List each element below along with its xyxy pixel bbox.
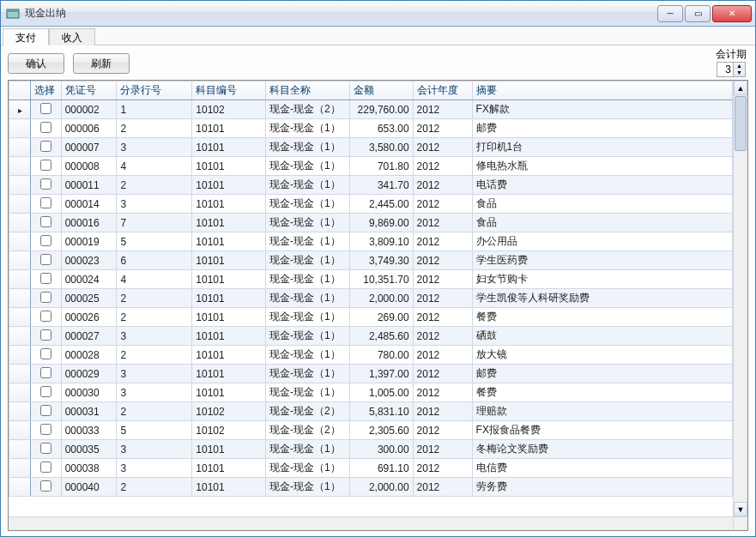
maximize-button[interactable]: ▭ (685, 5, 711, 22)
grid-year-cell[interactable]: 2012 (413, 176, 472, 195)
grid-voucher-cell[interactable]: 000040 (61, 478, 117, 497)
grid-line-cell[interactable]: 4 (117, 270, 192, 289)
grid-amount-cell[interactable]: 691.10 (350, 459, 413, 478)
grid-year-cell[interactable]: 2012 (413, 119, 472, 138)
row-select-checkbox[interactable] (40, 480, 51, 492)
grid-year-cell[interactable]: 2012 (413, 402, 472, 421)
grid-voucher-cell[interactable]: 000011 (61, 176, 117, 195)
grid-select-cell[interactable] (31, 478, 62, 497)
row-select-checkbox[interactable] (40, 197, 51, 208)
grid-name-cell[interactable]: 现金-现金（1） (266, 289, 350, 308)
grid-year-cell[interactable]: 2012 (413, 421, 472, 440)
grid-amount-cell[interactable]: 229,760.00 (350, 100, 413, 119)
grid-code-cell[interactable]: 10101 (192, 214, 266, 232)
grid-select-cell[interactable] (31, 214, 62, 232)
vertical-scrollbar[interactable]: ▲ ▼ (733, 81, 747, 516)
grid-line-cell[interactable]: 1 (117, 100, 192, 119)
grid-year-cell[interactable]: 2012 (413, 440, 472, 459)
grid-summary-cell[interactable]: 学生凯俊等人科研奖励费 (472, 289, 732, 308)
row-select-checkbox[interactable] (40, 122, 51, 133)
grid-year-cell[interactable]: 2012 (413, 346, 472, 365)
grid-select-cell[interactable] (31, 232, 62, 251)
grid-summary-cell[interactable]: FX解款 (472, 100, 732, 119)
grid-row-header[interactable] (9, 119, 31, 138)
grid-voucher-cell[interactable]: 000029 (61, 365, 117, 383)
grid-line-cell[interactable]: 2 (117, 119, 192, 138)
grid-name-cell[interactable]: 现金-现金（2） (266, 421, 350, 440)
grid-voucher-cell[interactable]: 000031 (61, 402, 117, 421)
tab-pay[interactable]: 支付 (3, 28, 49, 45)
grid-year-cell[interactable]: 2012 (413, 251, 472, 270)
spinner-down-icon[interactable]: ▼ (733, 69, 745, 76)
grid-summary-cell[interactable]: FX报食品餐费 (472, 421, 732, 440)
grid-summary-cell[interactable]: 冬梅论文奖励费 (472, 440, 732, 459)
grid-select-cell[interactable] (31, 459, 62, 478)
grid-select-cell[interactable] (31, 402, 62, 421)
grid-summary-cell[interactable]: 学生医药费 (472, 251, 732, 270)
table-row[interactable]: 000019510101现金-现金（1）3,809.102012办公用品 (9, 232, 733, 251)
grid-row-header[interactable] (9, 138, 31, 157)
grid-year-cell[interactable]: 2012 (413, 289, 472, 308)
grid-line-cell[interactable]: 5 (117, 421, 192, 440)
data-grid[interactable]: 选择凭证号分录行号科目编号科目全称金额会计年度摘要 ▸000002110102现… (9, 81, 733, 497)
grid-summary-cell[interactable]: 邮费 (472, 119, 732, 138)
grid-line-cell[interactable]: 6 (117, 251, 192, 270)
grid-line-cell[interactable]: 2 (117, 402, 192, 421)
grid-code-cell[interactable]: 10101 (192, 138, 266, 157)
grid-year-cell[interactable]: 2012 (413, 195, 472, 214)
grid-code-cell[interactable]: 10101 (192, 289, 266, 308)
grid-amount-cell[interactable]: 3,749.30 (350, 251, 413, 270)
horizontal-scrollbar[interactable] (9, 516, 733, 530)
grid-voucher-cell[interactable]: 000025 (61, 289, 117, 308)
grid-summary-cell[interactable]: 硒鼓 (472, 327, 732, 346)
tab-income[interactable]: 收入 (49, 28, 95, 45)
grid-voucher-cell[interactable]: 000019 (61, 232, 117, 251)
grid-code-cell[interactable]: 10102 (192, 421, 266, 440)
grid-voucher-cell[interactable]: 000028 (61, 346, 117, 365)
grid-code-cell[interactable]: 10101 (192, 176, 266, 195)
grid-voucher-cell[interactable]: 000027 (61, 327, 117, 346)
grid-select-cell[interactable] (31, 383, 62, 402)
grid-amount-cell[interactable]: 2,445.00 (350, 195, 413, 214)
grid-line-cell[interactable]: 3 (117, 327, 192, 346)
grid-select-cell[interactable] (31, 138, 62, 157)
grid-amount-cell[interactable]: 3,580.00 (350, 138, 413, 157)
grid-column-header[interactable]: 科目编号 (192, 81, 266, 100)
grid-select-cell[interactable] (31, 176, 62, 195)
grid-row-header[interactable] (9, 440, 31, 459)
grid-voucher-cell[interactable]: 000026 (61, 308, 117, 327)
minimize-button[interactable]: ─ (657, 5, 683, 22)
grid-summary-cell[interactable]: 理赔款 (472, 402, 732, 421)
grid-amount-cell[interactable]: 10,351.70 (350, 270, 413, 289)
grid-summary-cell[interactable]: 食品 (472, 195, 732, 214)
row-select-checkbox[interactable] (40, 386, 51, 397)
grid-voucher-cell[interactable]: 000002 (61, 100, 117, 119)
grid-select-cell[interactable] (31, 251, 62, 270)
table-row[interactable]: 000025210101现金-现金（1）2,000.002012学生凯俊等人科研… (9, 289, 733, 308)
grid-voucher-cell[interactable]: 000023 (61, 251, 117, 270)
grid-amount-cell[interactable]: 2,485.60 (350, 327, 413, 346)
grid-name-cell[interactable]: 现金-现金（1） (266, 459, 350, 478)
grid-row-header[interactable] (9, 251, 31, 270)
grid-year-cell[interactable]: 2012 (413, 232, 472, 251)
grid-summary-cell[interactable]: 打印机1台 (472, 138, 732, 157)
row-select-checkbox[interactable] (40, 367, 51, 378)
grid-year-cell[interactable]: 2012 (413, 214, 472, 232)
grid-name-cell[interactable]: 现金-现金（1） (266, 251, 350, 270)
grid-name-cell[interactable]: 现金-现金（1） (266, 308, 350, 327)
row-select-checkbox[interactable] (40, 348, 51, 359)
grid-summary-cell[interactable]: 劳务费 (472, 478, 732, 497)
grid-select-cell[interactable] (31, 440, 62, 459)
table-row[interactable]: 000008410101现金-现金（1）701.802012修电热水瓶 (9, 157, 733, 176)
grid-select-cell[interactable] (31, 100, 62, 119)
grid-line-cell[interactable]: 5 (117, 232, 192, 251)
grid-row-header[interactable]: ▸ (9, 100, 31, 119)
table-row[interactable]: 000033510102现金-现金（2）2,305.602012FX报食品餐费 (9, 421, 733, 440)
grid-name-cell[interactable]: 现金-现金（1） (266, 157, 350, 176)
table-row[interactable]: 000029310101现金-现金（1）1,397.002012邮费 (9, 365, 733, 383)
grid-line-cell[interactable]: 3 (117, 459, 192, 478)
grid-amount-cell[interactable]: 2,000.00 (350, 478, 413, 497)
scroll-down-icon[interactable]: ▼ (734, 502, 747, 516)
table-row[interactable]: 000040210101现金-现金（1）2,000.002012劳务费 (9, 478, 733, 497)
grid-row-header[interactable] (9, 195, 31, 214)
